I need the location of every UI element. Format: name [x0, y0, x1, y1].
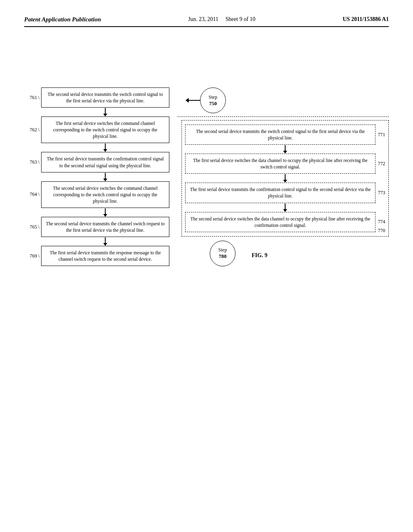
step-763-label: 763 \: [24, 159, 41, 165]
step-780-label-text: Step: [218, 247, 227, 253]
step-761-text: The second serial device transmits the s…: [41, 87, 169, 108]
step-773-box-wrap: The first serial device transmits the co…: [185, 183, 375, 203]
step-771-box-wrap: The second serial device transmits the s…: [185, 125, 375, 145]
step-772-row: The first serial device switches the dat…: [185, 154, 385, 174]
diagram-area: 761 \ The second serial device transmits…: [24, 39, 389, 266]
right-flow-column: Step 750 The second serial device transm…: [177, 87, 389, 266]
dashed-separator: [177, 116, 389, 117]
arrow-764-765: [24, 208, 169, 217]
step-750-area: Step 750: [186, 87, 226, 113]
step-771-text: The second serial device transmits the s…: [185, 125, 375, 145]
step-750-bubble: Step 750: [200, 87, 226, 113]
step-765-box: The second serial device transmits the c…: [41, 217, 169, 237]
arrow-773-774: [185, 203, 385, 212]
fig-label: FIG. 9: [252, 252, 267, 259]
step-761-row: 761 \ The second serial device transmits…: [24, 87, 169, 108]
step-763-text: The first serial device transmits the co…: [41, 152, 169, 172]
step-773-label: 773: [378, 190, 385, 196]
step-773-row: The first serial device transmits the co…: [185, 183, 385, 203]
step-774-label: 774: [378, 219, 385, 225]
group-770-label: 770: [378, 228, 385, 234]
step-769-box: The first serial device transmits the re…: [41, 246, 169, 266]
page: Patent Application Publication Jun. 23, …: [0, 0, 413, 532]
left-flow-column: 761 \ The second serial device transmits…: [24, 87, 169, 266]
step-765-row: 765 \ The second serial device transmits…: [24, 217, 169, 237]
step-774-row: The second serial device switches the da…: [185, 212, 385, 232]
arrow-left-shaft: [189, 100, 200, 101]
step-772-box-wrap: The first serial device switches the dat…: [185, 154, 375, 174]
step-750-label-text: Step: [209, 94, 217, 100]
step-774-text: The second serial device switches the da…: [185, 212, 375, 232]
arrow-761-762: [24, 108, 169, 116]
arrow-772-773: [185, 174, 385, 183]
step-774-box-wrap: The second serial device switches the da…: [185, 212, 375, 232]
step-780-area: Step 780 FIG. 9: [210, 241, 267, 266]
date-sheet-label: Jun. 23, 2011 Sheet 9 of 10: [188, 16, 256, 23]
step-762-row: 762 \ The first serial device switches t…: [24, 116, 169, 143]
arrow-762-763: [24, 143, 169, 152]
step-771-row: The second serial device transmits the s…: [185, 125, 385, 145]
sheet-label: Sheet 9 of 10: [225, 16, 255, 22]
arrow-763-764: [24, 172, 169, 181]
step-772-label: 772: [378, 161, 385, 167]
step-762-label: 762 \: [24, 127, 41, 133]
step-765-label: 765 \: [24, 224, 41, 230]
step-764-text: The second serial device switches the co…: [41, 181, 169, 208]
step-772-text: The first serial device switches the dat…: [185, 154, 375, 174]
step-765-text: The second serial device transmits the c…: [41, 217, 169, 237]
step-763-row: 763 \ The first serial device transmits …: [24, 152, 169, 172]
arrow-765-769: [24, 237, 169, 246]
page-header: Patent Application Publication Jun. 23, …: [24, 16, 389, 27]
step-761-box: The second serial device transmits the s…: [41, 87, 169, 108]
arrow-771-772: [185, 145, 385, 154]
step-769-row: 769 \ The first serial device transmits …: [24, 246, 169, 266]
two-column-flow: 761 \ The second serial device transmits…: [24, 87, 389, 266]
publication-label: Patent Application Publication: [24, 16, 101, 23]
step-773-text: The first serial device transmits the co…: [185, 183, 375, 203]
date-label: Jun. 23, 2011: [188, 16, 219, 22]
step-769-text: The first serial device transmits the re…: [41, 246, 169, 266]
arrow-left-head: [186, 98, 189, 103]
step-762-text: The first serial device switches the com…: [41, 116, 169, 143]
step-764-box: The second serial device switches the co…: [41, 181, 169, 208]
step-769-label: 769 \: [24, 253, 41, 259]
step-764-label: 764 \: [24, 191, 41, 197]
step-761-label: 761 \: [24, 95, 41, 101]
step-762-box: The first serial device switches the com…: [41, 116, 169, 143]
step-750-num: 750: [209, 100, 217, 107]
step-750-arrow: [186, 98, 200, 103]
step-780-bubble: Step 780: [210, 241, 236, 266]
patent-number-label: US 2011/153886 A1: [343, 16, 389, 23]
step-780-num: 780: [219, 253, 227, 260]
group-770-box: The second serial device transmits the s…: [181, 120, 389, 237]
step-764-row: 764 \ The second serial device switches …: [24, 181, 169, 208]
step-763-box: The first serial device transmits the co…: [41, 152, 169, 172]
step-771-label: 771: [378, 132, 385, 138]
